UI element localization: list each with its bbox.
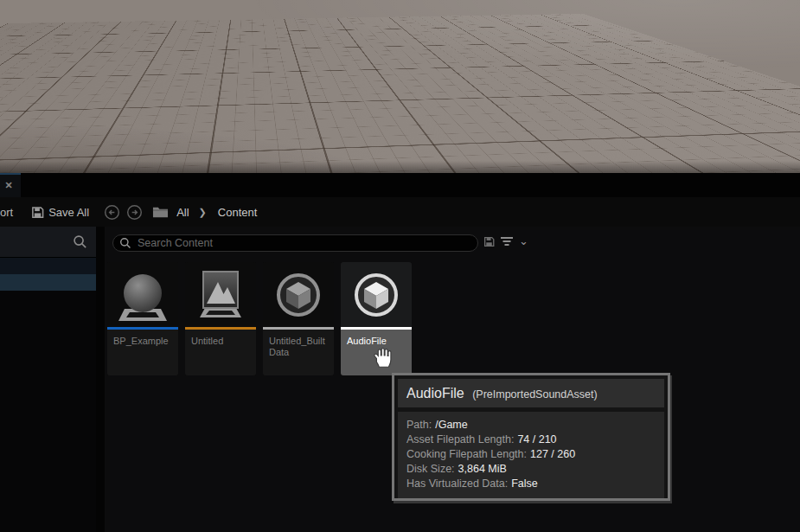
- asset-tile-untitled-built-data[interactable]: Untitled_Built Data: [263, 262, 334, 375]
- tooltip-asset-name: AudioFile: [406, 386, 464, 401]
- forward-icon[interactable]: [126, 204, 143, 221]
- tooltip-row-disk-size: Disk Size:3,864 MiB: [406, 462, 656, 477]
- floor-grid: [0, 14, 800, 173]
- asset-tile-bp-example[interactable]: BP_Example: [107, 262, 178, 375]
- breadcrumb-current[interactable]: Content: [218, 206, 258, 219]
- tooltip-row-virtualized: Has Virtualized Data:False: [406, 477, 656, 491]
- chevron-down-icon: ⌄: [519, 237, 528, 246]
- save-search-button[interactable]: [483, 236, 495, 247]
- search-input[interactable]: [136, 236, 477, 250]
- content-browser-tab[interactable]: ✕: [0, 173, 21, 197]
- search-icon: [73, 234, 87, 249]
- chevron-right-icon: ❯: [199, 207, 207, 218]
- sources-search-row[interactable]: [0, 227, 96, 258]
- built-data-thumbnail: [263, 262, 334, 327]
- save-icon: [31, 206, 44, 219]
- content-browser-toolbar: ort Save All All: [0, 197, 800, 227]
- cube-circle-icon: [274, 271, 323, 319]
- content-browser-tab-bar: ✕: [0, 173, 800, 197]
- asset-name: Untitled: [185, 330, 256, 375]
- tooltip-row-cooking-filepath: Cooking Filepath Length:127 / 260: [406, 447, 656, 462]
- tooltip-label: Disk Size:: [406, 463, 455, 475]
- tooltip-value: /Game: [435, 419, 468, 431]
- asset-name: AudioFile: [341, 330, 412, 375]
- blueprint-thumbnail: [107, 262, 178, 327]
- level-thumbnail: [185, 262, 256, 327]
- filter-dropdown[interactable]: ⌄: [501, 236, 528, 247]
- asset-name: Untitled_Built Data: [263, 330, 334, 375]
- filter-icon: [501, 236, 514, 247]
- asset-grid: BP_Example: [107, 262, 412, 375]
- asset-tile-audiofile[interactable]: AudioFile: [341, 262, 412, 375]
- tooltip-row-asset-filepath: Asset Filepath Length:74 / 210: [406, 433, 656, 447]
- breadcrumb: All ❯ Content: [176, 206, 257, 219]
- tooltip-label: Path:: [406, 419, 432, 431]
- level-mountains-icon: [196, 269, 245, 321]
- asset-name: BP_Example: [107, 330, 178, 375]
- save-all-label: Save All: [48, 206, 89, 219]
- tooltip-label: Has Virtualized Data:: [406, 478, 508, 490]
- back-icon[interactable]: [104, 204, 120, 221]
- navigation-group: [104, 204, 169, 221]
- sources-panel: [0, 227, 96, 532]
- audiofile-thumbnail: [341, 262, 412, 327]
- close-icon[interactable]: ✕: [3, 179, 15, 191]
- search-icon: [119, 237, 131, 249]
- folder-tree-row[interactable]: [0, 258, 96, 274]
- asset-tooltip: AudioFile (PreImportedSoundAsset) Path:/…: [392, 373, 670, 501]
- tooltip-value: 127 / 260: [530, 448, 575, 460]
- tooltip-value: 3,864 MiB: [458, 463, 507, 475]
- blueprint-sphere-icon: [117, 267, 169, 323]
- cube-circle-icon: [352, 271, 400, 319]
- save-icon: [483, 236, 495, 247]
- breadcrumb-root[interactable]: All: [176, 206, 189, 219]
- tooltip-row-path: Path:/Game: [406, 418, 656, 433]
- search-bar[interactable]: [112, 234, 478, 252]
- folder-icon[interactable]: [152, 205, 169, 219]
- unreal-editor-window: ✕ ort Save All: [0, 0, 800, 532]
- tooltip-asset-type: (PreImportedSoundAsset): [472, 388, 598, 401]
- save-all-button[interactable]: Save All: [31, 206, 89, 219]
- import-button-clipped[interactable]: ort: [0, 206, 13, 219]
- folder-tree-row-selected[interactable]: [0, 274, 96, 291]
- tooltip-value: 74 / 210: [517, 433, 556, 445]
- level-viewport[interactable]: [0, 0, 800, 173]
- tooltip-label: Cooking Filepath Length:: [406, 448, 527, 460]
- asset-tile-untitled[interactable]: Untitled: [185, 262, 256, 375]
- tooltip-value: False: [511, 478, 538, 490]
- tooltip-label: Asset Filepath Length:: [406, 433, 514, 445]
- tooltip-details: Path:/Game Asset Filepath Length:74 / 21…: [398, 412, 664, 498]
- tooltip-title-row: AudioFile (PreImportedSoundAsset): [398, 379, 664, 407]
